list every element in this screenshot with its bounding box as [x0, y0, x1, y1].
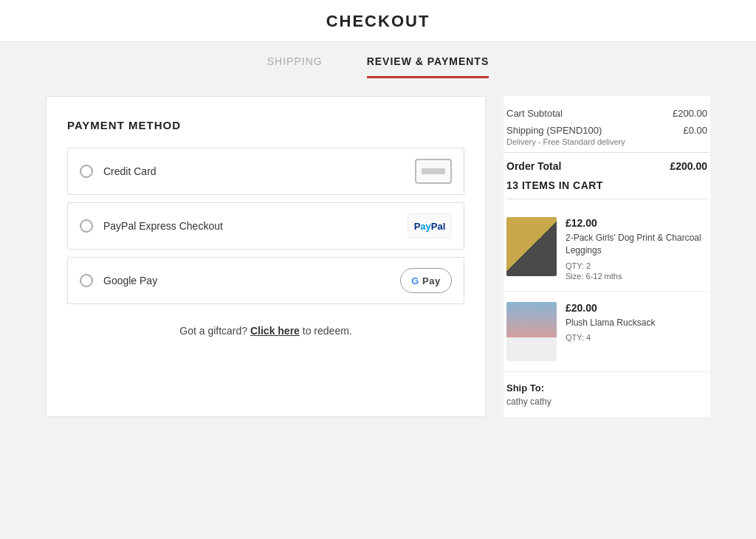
giftcard-post-text: to redeem. [303, 325, 352, 337]
giftcard-section: Got a giftcard? Click here to redeem. [67, 325, 464, 337]
credit-card-icon [415, 159, 452, 184]
item-qty: QTY: 4 [566, 333, 707, 342]
tab-shipping[interactable]: SHIPPING [267, 55, 323, 78]
subtotal-value: £200.00 [673, 108, 707, 119]
item-name: 2-Pack Girls' Dog Print & Charcoal Leggi… [566, 232, 707, 257]
order-summary-panel: Cart Subtotal £200.00 Shipping (SPEND100… [504, 96, 710, 417]
shipping-sub: Delivery - Free Standard delivery [506, 137, 625, 146]
radio-credit-card[interactable] [80, 165, 93, 178]
total-value: £200.00 [670, 160, 707, 172]
subtotal-row: Cart Subtotal £200.00 [504, 108, 710, 119]
ship-to-name: cathy cathy [506, 396, 707, 407]
item-price: £20.00 [566, 302, 707, 314]
gpay-label: Google Pay [103, 275, 157, 286]
payment-section-title: PAYMENT METHOD [67, 119, 464, 131]
page-header: CHECKOUT [0, 0, 756, 42]
ship-to-section: Ship To: cathy cathy [504, 372, 710, 417]
cart-item: £20.00 Plush Llama Rucksack QTY: 4 [504, 292, 710, 372]
payment-option-gpay[interactable]: Google Pay G Pay [67, 257, 464, 304]
cart-item: £12.00 2-Pack Girls' Dog Print & Charcoa… [504, 207, 710, 292]
item-size: Size: 6-12 mths [566, 272, 707, 281]
total-label: Order Total [506, 160, 561, 172]
item-image-rucksack [506, 302, 557, 361]
item-name: Plush Llama Rucksack [566, 317, 707, 329]
items-in-cart-label: 13 ITEMS IN CART [506, 179, 707, 199]
item-qty: QTY: 2 [566, 261, 707, 270]
main-layout: PAYMENT METHOD Credit Card PayPal Expres… [16, 78, 740, 435]
subtotal-label: Cart Subtotal [506, 108, 563, 119]
order-summary: Cart Subtotal £200.00 Shipping (SPEND100… [504, 96, 710, 417]
radio-paypal[interactable] [80, 219, 93, 233]
page-title: CHECKOUT [0, 12, 756, 31]
paypal-icon: PayPal [408, 213, 452, 238]
cart-items-list: £12.00 2-Pack Girls' Dog Print & Charcoa… [504, 207, 710, 372]
checkout-tabs: SHIPPING REVIEW & PAYMENTS [0, 42, 756, 78]
gpay-icon: G Pay [400, 268, 452, 293]
total-row: Order Total £200.00 [504, 152, 710, 172]
radio-gpay[interactable] [80, 274, 93, 287]
shipping-label: Shipping (SPEND100) [506, 125, 625, 136]
payment-panel: PAYMENT METHOD Credit Card PayPal Expres… [46, 96, 486, 417]
paypal-label: PayPal Express Checkout [103, 220, 223, 232]
item-image-leggings [506, 217, 557, 276]
giftcard-pre-text: Got a giftcard? [179, 325, 247, 337]
credit-card-label: Credit Card [103, 165, 157, 177]
shipping-value: £0.00 [683, 125, 707, 136]
item-price: £12.00 [566, 217, 707, 229]
order-summary-scroll[interactable]: Cart Subtotal £200.00 Shipping (SPEND100… [504, 96, 710, 417]
payment-option-credit-card[interactable]: Credit Card [67, 148, 464, 195]
giftcard-link[interactable]: Click here [250, 325, 300, 337]
payment-option-paypal[interactable]: PayPal Express Checkout PayPal [67, 202, 464, 250]
ship-to-label: Ship To: [506, 382, 707, 394]
tab-review[interactable]: REVIEW & PAYMENTS [367, 55, 489, 78]
shipping-row: Shipping (SPEND100) Delivery - Free Stan… [504, 125, 710, 146]
